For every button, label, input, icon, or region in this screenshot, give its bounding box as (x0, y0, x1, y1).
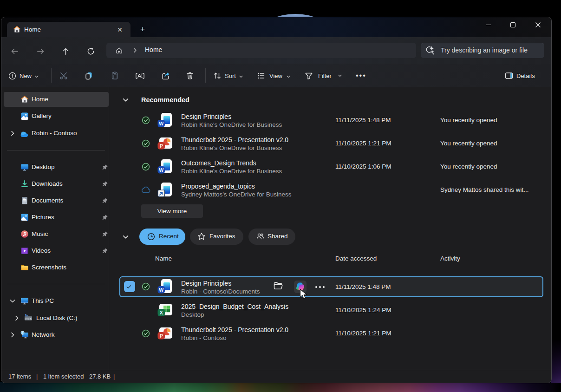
svg-text:X: X (160, 310, 163, 315)
svg-text:W: W (159, 287, 163, 293)
svg-text:P: P (160, 333, 163, 339)
svg-text:P: P (160, 143, 163, 149)
svg-text:W: W (159, 121, 163, 126)
svg-text:W: W (159, 167, 163, 173)
